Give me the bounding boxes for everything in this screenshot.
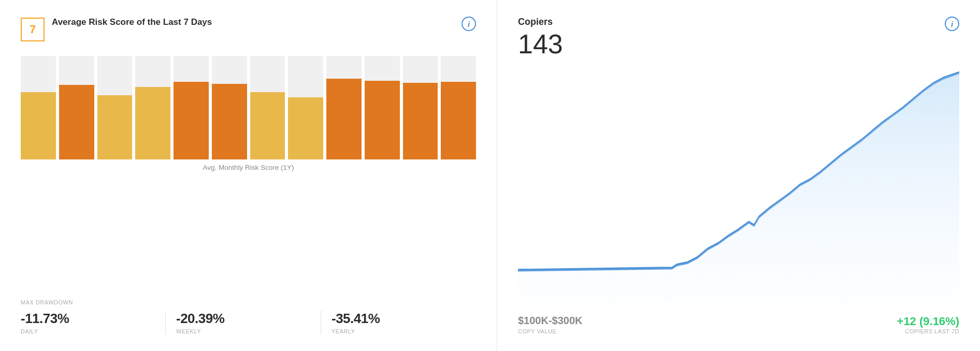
stat-value-2: -35.41% [332, 311, 466, 327]
bar-bottom-10 [403, 83, 438, 159]
right-header: Copiers 143 i [518, 17, 959, 67]
bar-item-4 [174, 56, 209, 159]
bar-bottom-8 [326, 79, 362, 159]
bar-chart [21, 56, 476, 159]
bar-top-2 [97, 56, 133, 95]
bar-item-8 [326, 56, 362, 159]
copiers-last-value: +12 (9.16%) [897, 315, 959, 328]
bar-item-10 [403, 56, 438, 159]
right-panel: Copiers 143 i $100K-$300K COPY VALUE +12… [497, 0, 980, 351]
stats-section: MAX DRAWDOWN -11.73%DAILY-20.39%WEEKLY-3… [21, 299, 476, 334]
bar-chart-container: Avg. Monthly Risk Score (1Y) [21, 56, 476, 182]
bar-bottom-11 [441, 82, 476, 159]
bar-item-9 [365, 56, 400, 159]
chart-label: Avg. Monthly Risk Score (1Y) [21, 164, 476, 171]
bar-item-6 [250, 56, 285, 159]
bar-bottom-3 [135, 87, 170, 159]
info-icon-left[interactable]: i [462, 17, 476, 31]
bar-top-9 [365, 56, 400, 81]
stat-item-0: -11.73%DAILY [21, 311, 165, 334]
bar-top-5 [212, 56, 247, 84]
stat-value-1: -20.39% [176, 311, 310, 327]
bar-bottom-1 [59, 85, 94, 159]
bar-top-0 [21, 56, 56, 92]
copy-value-section: $100K-$300K COPY VALUE [518, 315, 583, 334]
title-text: Average Risk Score of the Last 7 Days [52, 17, 212, 28]
copy-value-amount: $100K-$300K [518, 315, 583, 327]
bar-top-4 [174, 56, 209, 82]
stat-label-1: WEEKLY [176, 328, 310, 334]
copy-value-label: COPY VALUE [518, 328, 583, 334]
bar-bottom-5 [212, 84, 247, 159]
bar-item-7 [288, 56, 323, 159]
bar-bottom-2 [97, 95, 133, 159]
stats-row: -11.73%DAILY-20.39%WEEKLY-35.41%YEARLY [21, 311, 476, 334]
bar-top-7 [288, 56, 323, 97]
bar-top-3 [135, 56, 170, 87]
bar-item-1 [59, 56, 94, 159]
copiers-last-label: COPIERS LAST 7D [897, 328, 959, 334]
area-fill [518, 73, 959, 302]
stat-item-2: -35.41%YEARLY [321, 311, 476, 334]
bar-top-11 [441, 56, 476, 82]
page-title: Average Risk Score of the Last 7 Days [52, 17, 212, 28]
bar-item-0 [21, 56, 56, 159]
bar-bottom-6 [250, 92, 285, 159]
copiers-chart-area [518, 67, 959, 302]
bar-bottom-9 [365, 81, 400, 159]
bar-top-6 [250, 56, 285, 92]
bottom-stats: $100K-$300K COPY VALUE +12 (9.16%) COPIE… [518, 315, 959, 334]
bar-item-2 [97, 56, 133, 159]
stat-value-0: -11.73% [21, 311, 155, 327]
bar-item-11 [441, 56, 476, 159]
line-chart-svg [518, 67, 959, 302]
info-icon-right[interactable]: i [945, 17, 959, 31]
bar-bottom-7 [288, 97, 323, 159]
copiers-count: 143 [518, 30, 563, 59]
stat-label-2: YEARLY [332, 328, 466, 334]
stat-label-0: DAILY [21, 328, 155, 334]
bar-bottom-4 [174, 82, 209, 159]
left-panel: 7 Average Risk Score of the Last 7 Days … [0, 0, 497, 351]
bar-item-5 [212, 56, 247, 159]
bar-top-8 [326, 56, 362, 79]
max-drawdown-label: MAX DRAWDOWN [21, 299, 476, 305]
bar-item-3 [135, 56, 170, 159]
title-group: 7 Average Risk Score of the Last 7 Days [21, 17, 212, 41]
bar-top-10 [403, 56, 438, 83]
score-badge: 7 [21, 18, 45, 41]
bar-bottom-0 [21, 92, 56, 159]
stat-item-1: -20.39%WEEKLY [165, 311, 321, 334]
copiers-label: Copiers [518, 17, 563, 27]
copiers-section-header: Copiers 143 [518, 17, 563, 67]
bar-top-1 [59, 56, 94, 85]
left-header: 7 Average Risk Score of the Last 7 Days … [21, 17, 476, 41]
copiers-last-section: +12 (9.16%) COPIERS LAST 7D [897, 315, 959, 334]
